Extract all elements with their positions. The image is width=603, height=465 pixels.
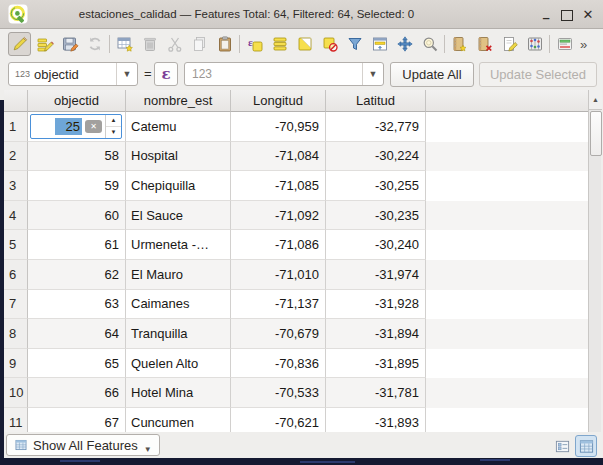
vertical-scrollbar[interactable]: ▲ [588, 90, 601, 432]
deselect-all-button[interactable] [318, 32, 341, 56]
cell-nombre-est[interactable]: Caimanes [126, 290, 231, 320]
row-number[interactable]: 10 [4, 378, 28, 408]
cell-longitud[interactable]: -71,092 [231, 201, 326, 231]
row-number[interactable]: 8 [4, 319, 28, 349]
cell-longitud[interactable]: -71,085 [231, 171, 326, 201]
new-field-button[interactable] [448, 32, 471, 56]
cell-objectid[interactable]: 59 [28, 171, 126, 201]
objectid-spinbox-editor[interactable]: 25✕▲▼ [30, 114, 122, 139]
multiedit-mode-button[interactable] [33, 32, 56, 56]
scroll-up-icon[interactable]: ▲ [589, 90, 602, 110]
cell-objectid[interactable]: 65 [28, 349, 126, 379]
maximize-icon[interactable] [560, 6, 574, 22]
row-number[interactable]: 3 [4, 171, 28, 201]
cell-latitud[interactable]: -31,781 [326, 378, 426, 408]
cell-nombre-est[interactable]: Catemu [126, 112, 231, 142]
cell-longitud[interactable]: -71,084 [231, 142, 326, 172]
update-all-button[interactable]: Update All [390, 62, 474, 87]
row-number[interactable]: 1 [4, 112, 28, 142]
toggle-editing-button[interactable] [8, 32, 31, 56]
cell-latitud[interactable]: -30,224 [326, 142, 426, 172]
table-view-toggle[interactable] [575, 435, 597, 457]
pan-to-selection-button[interactable] [393, 32, 416, 56]
form-view-toggle[interactable] [551, 435, 573, 457]
cell-nombre-est[interactable]: Quelen Alto [126, 349, 231, 379]
cell-nombre-est[interactable]: Hotel Mina [126, 378, 231, 408]
column-header-objectid[interactable]: objectid [28, 90, 126, 112]
cell-objectid[interactable]: 25✕▲▼ [28, 112, 126, 142]
cell-longitud[interactable]: -71,010 [231, 260, 326, 290]
row-number[interactable]: 7 [4, 290, 28, 320]
cell-latitud[interactable]: -31,928 [326, 290, 426, 320]
minimize-icon[interactable]: – [539, 9, 553, 25]
cell-nombre-est[interactable]: El Mauro [126, 260, 231, 290]
corner-header[interactable] [4, 90, 28, 112]
cell-longitud[interactable]: -70,533 [231, 378, 326, 408]
cell-longitud[interactable]: -70,959 [231, 112, 326, 142]
filter-features-button[interactable] [343, 32, 366, 56]
cell-longitud[interactable]: -70,679 [231, 319, 326, 349]
cell-nombre-est[interactable]: Urmeneta -… [126, 230, 231, 260]
cell-nombre-est[interactable]: El Sauce [126, 201, 231, 231]
cell-latitud[interactable]: -30,255 [326, 171, 426, 201]
save-edits-button[interactable] [58, 32, 81, 56]
cell-nombre-est[interactable]: Cuncumen [126, 408, 231, 432]
spin-up-icon[interactable]: ▲ [106, 115, 121, 127]
select-all-button[interactable] [268, 32, 291, 56]
cell-objectid[interactable]: 62 [28, 260, 126, 290]
cell-longitud[interactable]: -71,086 [231, 230, 326, 260]
row-number[interactable]: 5 [4, 230, 28, 260]
move-selection-to-top-button[interactable] [368, 32, 391, 56]
column-header-latitud[interactable]: Latitud [326, 90, 426, 112]
column-header-nombre-est[interactable]: nombre_est [126, 90, 231, 112]
expression-input[interactable]: 123 ▼ [184, 62, 384, 86]
scrollbar-thumb[interactable] [590, 111, 602, 156]
toolbar-overflow-chevron[interactable]: » [580, 37, 586, 52]
cell-longitud[interactable]: -70,621 [231, 408, 326, 432]
cell-latitud[interactable]: -31,974 [326, 260, 426, 290]
cell-latitud[interactable]: -31,894 [326, 319, 426, 349]
clear-icon[interactable]: ✕ [85, 120, 102, 133]
paste-features-button[interactable] [213, 32, 236, 56]
spinner-buttons[interactable]: ▲▼ [105, 115, 121, 138]
chevron-down-icon[interactable]: ▼ [362, 63, 383, 85]
cell-latitud[interactable]: -32,779 [326, 112, 426, 142]
cell-latitud[interactable]: -30,240 [326, 230, 426, 260]
cell-objectid[interactable]: 64 [28, 319, 126, 349]
cell-longitud[interactable]: -71,137 [231, 290, 326, 320]
row-number[interactable]: 11 [4, 408, 28, 432]
chevron-down-icon[interactable]: ▼ [116, 63, 137, 85]
expression-builder-button[interactable]: ε [154, 62, 178, 86]
zoom-to-selection-button[interactable] [418, 32, 441, 56]
cell-nombre-est[interactable]: Hospital [126, 142, 231, 172]
row-number[interactable]: 6 [4, 260, 28, 290]
field-selector-combo[interactable]: 123 objectid ▼ [8, 62, 138, 86]
add-feature-button[interactable] [113, 32, 136, 56]
row-number[interactable]: 9 [4, 349, 28, 379]
cell-nombre-est[interactable]: Chepiquilla [126, 171, 231, 201]
edit-field-button[interactable] [498, 32, 521, 56]
cell-latitud[interactable]: -31,895 [326, 349, 426, 379]
cell-objectid[interactable]: 63 [28, 290, 126, 320]
select-by-expression-button[interactable]: ε [243, 32, 266, 56]
cell-longitud[interactable]: -70,836 [231, 349, 326, 379]
feature-filter-button[interactable]: Show All Features ▼ [6, 434, 160, 456]
cell-objectid[interactable]: 61 [28, 230, 126, 260]
cell-latitud[interactable]: -31,893 [326, 408, 426, 432]
window-titlebar[interactable]: estaciones_calidad — Features Total: 64,… [0, 0, 603, 29]
cell-objectid[interactable]: 60 [28, 201, 126, 231]
cell-objectid[interactable]: 66 [28, 378, 126, 408]
column-header-longitud[interactable]: Longitud [231, 90, 326, 112]
row-number[interactable]: 2 [4, 142, 28, 172]
cell-objectid[interactable]: 58 [28, 142, 126, 172]
cell-objectid[interactable]: 67 [28, 408, 126, 432]
cell-nombre-est[interactable]: Tranquilla [126, 319, 231, 349]
invert-selection-button[interactable] [293, 32, 316, 56]
field-calculator-button[interactable] [523, 32, 546, 56]
close-icon[interactable]: ✕ [581, 6, 595, 22]
cell-latitud[interactable]: -30,235 [326, 201, 426, 231]
delete-field-button[interactable] [473, 32, 496, 56]
conditional-formatting-button[interactable] [553, 32, 576, 56]
spin-down-icon[interactable]: ▼ [106, 127, 121, 138]
row-number[interactable]: 4 [4, 201, 28, 231]
